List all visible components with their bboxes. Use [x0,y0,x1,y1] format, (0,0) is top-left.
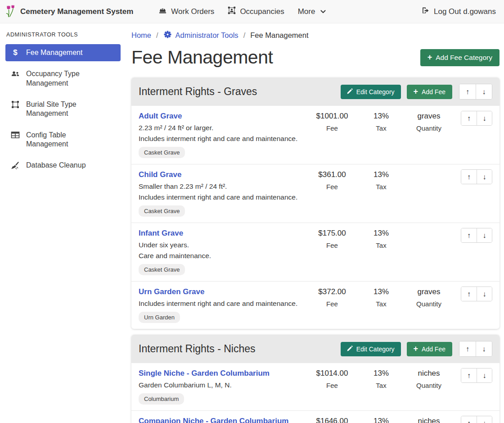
arrow-up-icon: ↑ [466,345,469,353]
fee-tax-column: 13% Tax [357,287,405,308]
fee-line: 2.23 m² / 24 ft² or larger. [139,124,302,132]
fee-amount-value: $175.00 [307,229,357,238]
fee-amount-value: $1014.00 [307,369,357,378]
fee-tax-value: 13% [357,369,405,378]
fee-quantity-column [405,169,453,174]
fee-reorder-group: ↑ ↓ [461,228,492,243]
sidebar-item-label: Fee Management [26,48,82,57]
add-fee-label: Add Fee [422,88,446,96]
move-fee-down-button[interactable]: ↓ [477,287,492,301]
fee-amount-column: $175.00 Fee [307,228,357,249]
fee-type-badge: Urn Garden [139,312,180,323]
add-fee-button[interactable]: + Add Fee [407,85,452,99]
main-nav: Work Orders Occupancies More [145,6,326,17]
fee-row: Companion Niche - Garden Columbarium Gar… [131,410,500,423]
nav-work-orders[interactable]: Work Orders [158,6,214,17]
breadcrumb-separator: / [243,31,246,40]
fee-main: Infant Grave Under six years.Care and ma… [139,228,307,275]
move-fee-up-button[interactable]: ↑ [461,228,477,242]
fee-line: Includes interment right and care and ma… [139,135,302,143]
sidebar-item-occupancy-type-management[interactable]: Occupancy Type Management [5,65,121,92]
fee-row: Adult Grave 2.23 m² / 24 ft² or larger.I… [131,106,500,164]
fee-description: Under six years.Care and maintenance. [139,241,302,260]
fee-name-link[interactable]: Single Niche - Garden Columbarium [139,369,270,378]
fee-description: 2.23 m² / 24 ft² or larger.Includes inte… [139,124,302,143]
fee-description: Smaller than 2.23 m² / 24 ft².Includes i… [139,182,302,201]
move-category-up-button[interactable]: ↑ [459,84,476,99]
breadcrumb-administrator-tools[interactable]: Administrator Tools [163,30,238,41]
move-category-up-button[interactable]: ↑ [459,341,476,356]
add-fee-category-label: Add Fee Category [436,54,492,62]
table-icon [10,131,20,139]
fee-name-link[interactable]: Companion Niche - Garden Columbarium [139,417,288,423]
fee-name-link[interactable]: Child Grave [139,170,181,179]
sidebar-item-label: Occupancy Type Management [26,69,108,88]
app-title: Cemetery Management System [20,7,133,16]
edit-category-button[interactable]: Edit Category [341,85,401,99]
move-fee-down-button[interactable]: ↓ [477,368,492,382]
fee-tax-label: Tax [357,124,405,132]
arrow-up-icon: ↑ [467,372,471,379]
fee-line: Includes interment right and care and ma… [139,300,302,308]
fee-amount-label: Fee [307,183,357,191]
move-fee-down-button[interactable]: ↓ [477,111,492,125]
fee-amount-label: Fee [307,382,357,389]
people-icon [10,70,20,78]
fee-quantity-column [405,228,453,232]
move-fee-up-button[interactable]: ↑ [461,170,477,184]
fee-row: Urn Garden Grave Includes interment righ… [131,281,500,329]
move-category-down-button[interactable]: ↓ [476,341,492,356]
pencil-icon [347,346,353,353]
fee-name-link[interactable]: Infant Grave [139,229,183,238]
move-fee-up-button[interactable]: ↑ [461,287,477,301]
sidebar-item-fee-management[interactable]: $ Fee Management [5,44,121,61]
move-category-down-button[interactable]: ↓ [476,84,492,99]
category-title: Interment Rights - Graves [139,86,341,98]
move-fee-up-button[interactable]: ↑ [461,368,477,382]
fee-quantity-label: Quantity [405,124,453,132]
move-fee-down-button[interactable]: ↓ [477,228,492,242]
fee-category-card: Interment Rights - Graves Edit Category … [131,77,500,329]
move-fee-up-button[interactable]: ↑ [461,416,477,423]
fee-quantity-column: niches Quantity [405,368,453,389]
fee-tax-column: 13% Tax [357,111,405,132]
add-fee-button[interactable]: + Add Fee [407,342,452,356]
person-frame-icon [228,6,236,17]
fee-amount-column: $372.00 Fee [307,287,357,308]
move-fee-down-button[interactable]: ↓ [477,416,492,423]
fee-name-link[interactable]: Urn Garden Grave [139,287,204,296]
sidebar-item-database-cleanup[interactable]: Database Cleanup [5,157,121,174]
add-fee-category-button[interactable]: + Add Fee Category [420,49,500,66]
app-brand[interactable]: Cemetery Management System [5,5,133,19]
fee-quantity-label: Quantity [405,300,453,308]
nav-occupancies[interactable]: Occupancies [228,6,284,17]
sidebar-item-burial-site-type-management[interactable]: Burial Site Type Management [5,96,121,123]
fee-tax-value: 13% [357,229,405,238]
nav-work-orders-label: Work Orders [171,7,214,16]
fee-category-card: Interment Rights - Niches Edit Category … [131,335,500,423]
fee-quantity-value: graves [405,112,453,121]
arrow-up-icon: ↑ [467,419,471,423]
plus-icon: + [414,345,418,353]
fee-type-badge: Casket Grave [139,205,185,217]
fee-name-link[interactable]: Adult Grave [139,112,182,121]
fee-quantity-column: graves Quantity [405,287,453,308]
fee-quantity-column: niches Quantity [405,416,453,423]
arrow-down-icon: ↓ [483,173,486,181]
plus-icon: + [428,53,432,61]
move-fee-up-button[interactable]: ↑ [461,111,477,125]
fee-type-badge: Casket Grave [139,147,185,158]
nav-more[interactable]: More [298,6,327,17]
fee-tax-value: 13% [357,417,405,423]
logout-icon [421,6,430,17]
arrow-up-icon: ↑ [467,232,471,239]
breadcrumb-home[interactable]: Home [131,31,151,40]
arrow-down-icon: ↓ [483,114,486,122]
sidebar-item-config-table-management[interactable]: Config Table Management [5,127,121,153]
gear-icon [163,30,172,41]
arrow-up-icon: ↑ [467,173,471,181]
logout-link[interactable]: Log Out d.gowans [421,6,496,17]
move-fee-down-button[interactable]: ↓ [477,170,492,184]
edit-category-button[interactable]: Edit Category [341,342,401,356]
broom-icon [10,161,20,170]
